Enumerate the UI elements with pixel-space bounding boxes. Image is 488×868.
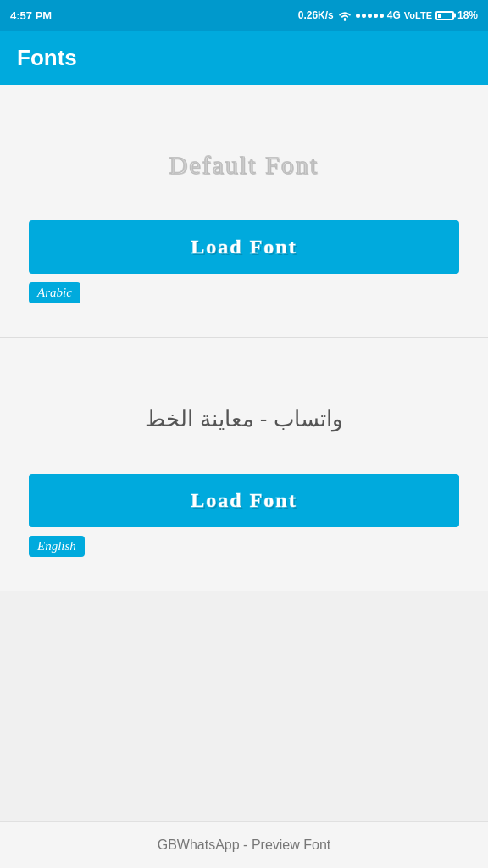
load-font-button-2[interactable]: Load Font [29, 474, 459, 527]
wifi-icon [337, 9, 352, 21]
signal-dot-5 [380, 14, 384, 18]
default-font-preview-area: Default Font [17, 119, 471, 220]
battery-fill [438, 14, 441, 18]
arabic-font-preview-area: واتساب - معاينة الخط [17, 372, 471, 474]
battery-percentage: 18% [458, 9, 478, 21]
english-badge-container: English [17, 527, 471, 565]
signal-dot-4 [374, 14, 378, 18]
default-font-preview-text: Default Font [169, 151, 319, 180]
speed-display: 0.26K/s [298, 9, 334, 21]
bottom-preview-bar: GBWhatsApp - Preview Font [0, 821, 488, 868]
page-wrapper: 4:57 PM 0.26K/s 4G VoLTE [0, 0, 488, 868]
content-area: Default Font Load Font Arabic واتساب - م… [0, 85, 488, 591]
app-bar: Fonts [0, 31, 488, 85]
signal-dot-2 [362, 14, 366, 18]
app-bar-title: Fonts [17, 45, 77, 71]
section-default-font: Default Font Load Font Arabic [0, 85, 488, 337]
section-arabic-font: واتساب - معاينة الخط Load Font English [0, 338, 488, 591]
battery-container [435, 11, 454, 20]
status-right: 0.26K/s 4G VoLTE 1 [298, 9, 478, 21]
arabic-badge-label: Arabic [29, 282, 80, 303]
english-badge-label: English [29, 536, 85, 557]
status-left: 4:57 PM [10, 9, 52, 22]
arabic-badge: Arabic [17, 274, 471, 312]
volte-badge: VoLTE [404, 10, 432, 20]
load-font-button-1[interactable]: Load Font [29, 220, 459, 274]
network-type: 4G [387, 9, 401, 21]
signal-dots [356, 14, 384, 18]
battery-icon [435, 11, 454, 20]
signal-dot-1 [356, 14, 360, 18]
arabic-font-preview-text: واتساب - معاينة الخط [145, 406, 342, 432]
signal-dot-3 [368, 14, 372, 18]
status-bar: 4:57 PM 0.26K/s 4G VoLTE [0, 0, 488, 31]
time-display: 4:57 PM [10, 9, 52, 22]
bottom-preview-text: GBWhatsApp - Preview Font [158, 837, 331, 852]
